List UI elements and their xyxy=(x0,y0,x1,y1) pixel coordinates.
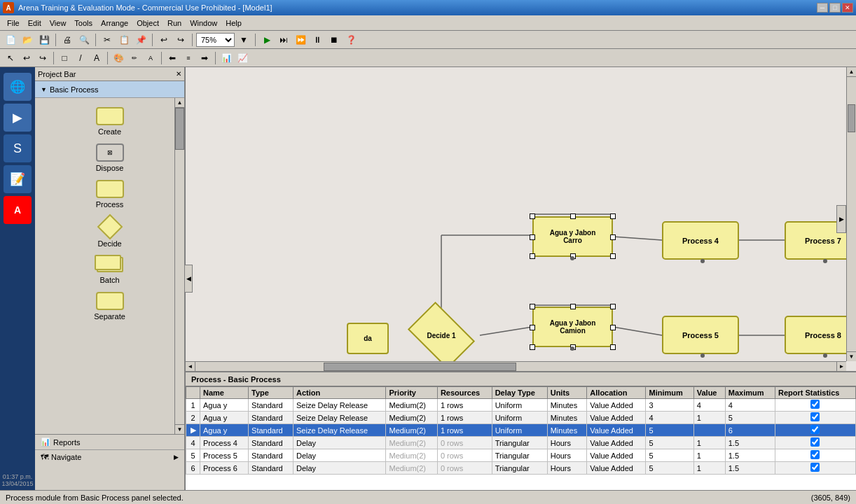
menu-help[interactable]: Help xyxy=(221,18,246,29)
row-report[interactable] xyxy=(775,424,855,437)
report-checkbox[interactable] xyxy=(810,450,820,459)
stat-btn[interactable]: 📈 xyxy=(235,50,250,66)
h-scroll-thumb[interactable] xyxy=(324,363,516,371)
print-preview[interactable]: 🔍 xyxy=(76,32,92,48)
line-tool[interactable]: / xyxy=(73,50,88,66)
table-row[interactable]: 6Process 6StandardDelayMedium(2)0 rowsTr… xyxy=(186,462,856,475)
report-checkbox[interactable] xyxy=(810,400,820,409)
navigate-button[interactable]: 🗺 Navigate ▶ xyxy=(35,450,184,464)
row-report[interactable] xyxy=(775,399,855,412)
row-report[interactable] xyxy=(775,449,855,462)
panel-item-decide[interactable]: Decide xyxy=(47,213,173,251)
nav-item-4[interactable]: 📝 xyxy=(4,165,32,193)
menu-arrange[interactable]: Arrange xyxy=(97,18,132,29)
table-row[interactable]: 4Process 4StandardDelayMedium(2)0 rowsTr… xyxy=(186,437,856,449)
h-scroll-right[interactable]: ► xyxy=(836,362,846,372)
text-tool[interactable]: A xyxy=(89,50,104,66)
paste-button[interactable]: 📌 xyxy=(133,32,149,48)
report-checkbox[interactable] xyxy=(810,438,820,447)
nav-item-5[interactable]: A xyxy=(4,196,32,224)
undo2[interactable]: ↩ xyxy=(19,50,34,66)
redo-button[interactable]: ↪ xyxy=(173,32,188,48)
maximize-button[interactable]: □ xyxy=(829,3,841,13)
v-scroll-down[interactable]: ▼ xyxy=(847,351,856,361)
canvas-area[interactable]: Decide 1 Else so30 da Agua y JabonCarro xyxy=(186,67,856,371)
scroll-down[interactable]: ▼ xyxy=(175,424,184,434)
fast-forward[interactable]: ⏩ xyxy=(293,32,308,48)
new-button[interactable]: 📄 xyxy=(3,32,18,48)
nav-item-3[interactable]: S xyxy=(4,134,32,162)
menu-view[interactable]: View xyxy=(46,18,71,29)
report-checkbox[interactable] xyxy=(810,412,820,421)
zoom-dropdown[interactable]: ▼ xyxy=(236,32,251,48)
font-color[interactable]: A xyxy=(143,50,158,66)
v-scroll-up[interactable]: ▲ xyxy=(847,67,856,77)
scroll-up[interactable]: ▲ xyxy=(175,98,184,108)
shape-agua-camion[interactable]: Agua y JabonCamion xyxy=(532,307,613,347)
panel-item-batch[interactable]: Batch xyxy=(47,252,173,287)
step-button[interactable]: ⏭ xyxy=(276,32,291,48)
pointer-tool[interactable]: ↖ xyxy=(3,50,18,66)
collapse-icon[interactable]: ▼ xyxy=(41,86,47,93)
row-report[interactable] xyxy=(775,437,855,449)
shape-agua-carro[interactable]: Agua y JabonCarro xyxy=(532,216,613,257)
help-button[interactable]: ❓ xyxy=(343,32,359,48)
row-report[interactable] xyxy=(775,412,855,424)
zoom-select[interactable]: 75% 50% 100% xyxy=(196,33,235,47)
h-scrollbar[interactable]: ◄ ► xyxy=(186,361,846,371)
shape-decide1[interactable]: Decide 1 xyxy=(403,309,480,362)
nav-item-1[interactable]: 🌐 xyxy=(4,73,32,101)
menu-object[interactable]: Object xyxy=(132,18,163,29)
shape-da[interactable]: da xyxy=(347,323,389,354)
row-report[interactable] xyxy=(775,462,855,475)
table-row[interactable]: 5Process 5StandardDelayMedium(2)0 rowsTr… xyxy=(186,449,856,462)
menu-tools[interactable]: Tools xyxy=(70,18,97,29)
redo2[interactable]: ↪ xyxy=(35,50,50,66)
menu-file[interactable]: File xyxy=(3,18,24,29)
scroll-thumb[interactable] xyxy=(175,108,184,150)
nav-item-2[interactable]: ▶ xyxy=(4,104,32,132)
shape-process4[interactable]: Process 4 xyxy=(662,221,739,260)
panel-item-separate[interactable]: Separate xyxy=(47,288,173,323)
title-controls[interactable]: ─ □ ✕ xyxy=(817,3,853,13)
save-button[interactable]: 💾 xyxy=(36,32,52,48)
rect-tool[interactable]: □ xyxy=(57,50,72,66)
table-row[interactable]: 2Agua yStandardSeize Delay ReleaseMedium… xyxy=(186,412,856,424)
panel-item-dispose[interactable]: ⊠ Dispose xyxy=(47,140,173,175)
print-button[interactable]: 🖨 xyxy=(60,32,75,48)
menu-window[interactable]: Window xyxy=(186,18,221,29)
v-scrollbar[interactable]: ▲ ▼ xyxy=(846,67,856,361)
shape-process5[interactable]: Process 5 xyxy=(662,316,739,354)
run-button[interactable]: ▶ xyxy=(259,32,275,48)
reports-button[interactable]: 📊 Reports xyxy=(35,435,184,450)
project-bar-close[interactable]: ✕ xyxy=(176,70,181,78)
table-row[interactable]: ▶Agua yStandardSeize Delay ReleaseMedium… xyxy=(186,424,856,437)
stop-button[interactable]: ⏹ xyxy=(326,32,342,48)
collapse-right-button[interactable]: ▶ xyxy=(836,205,846,233)
align-center[interactable]: ≡ xyxy=(181,50,196,66)
collapse-sidebar-button[interactable]: ◀ xyxy=(184,265,193,293)
minimize-button[interactable]: ─ xyxy=(817,3,828,13)
align-right[interactable]: ➡ xyxy=(197,50,212,66)
copy-button[interactable]: 📋 xyxy=(116,32,132,48)
table-row[interactable]: 1Agua yStandardSeize Delay ReleaseMedium… xyxy=(186,399,856,412)
line-color[interactable]: ✏ xyxy=(127,50,142,66)
shape-process8[interactable]: Process 8 xyxy=(785,316,856,354)
cut-button[interactable]: ✂ xyxy=(99,32,115,48)
panel-item-process[interactable]: Process xyxy=(47,176,173,211)
pause-button[interactable]: ⏸ xyxy=(310,32,325,48)
h-scroll-left[interactable]: ◄ xyxy=(186,362,195,372)
fill-color[interactable]: 🎨 xyxy=(111,50,126,66)
report-checkbox[interactable] xyxy=(810,463,820,472)
sidebar-scrollbar[interactable]: ▲ ▼ xyxy=(174,98,184,434)
chart-btn[interactable]: 📊 xyxy=(219,50,234,66)
undo-button[interactable]: ↩ xyxy=(156,32,172,48)
v-scroll-thumb[interactable] xyxy=(848,104,855,132)
align-left[interactable]: ⬅ xyxy=(165,50,180,66)
report-checkbox[interactable] xyxy=(810,425,820,434)
menu-run[interactable]: Run xyxy=(163,18,186,29)
open-button[interactable]: 📂 xyxy=(20,32,35,48)
panel-item-create[interactable]: Create xyxy=(47,104,173,139)
close-button[interactable]: ✕ xyxy=(842,3,853,13)
menu-edit[interactable]: Edit xyxy=(24,18,46,29)
